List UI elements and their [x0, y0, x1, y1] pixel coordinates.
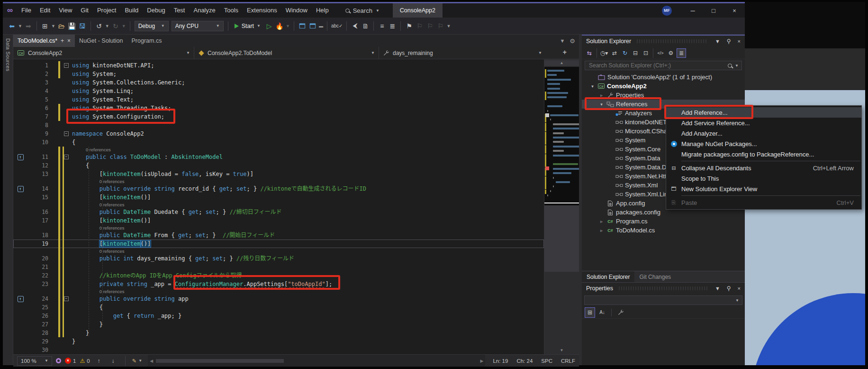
pin-icon[interactable]: ⚲ [725, 38, 732, 45]
categorized-view-icon[interactable]: ⊞ [585, 307, 595, 318]
open-file-button[interactable]: 🗁 [56, 20, 67, 32]
next-issue-button[interactable]: ↓ [108, 355, 118, 367]
toggle-bookmark-button[interactable]: ⚑ [404, 20, 414, 32]
code-line-18[interactable]: 18 public DateTime From { get; set; } //… [13, 231, 544, 240]
override-indicator-icon[interactable]: ↑ [18, 296, 24, 302]
tree-item-program-cs[interactable]: ▹C#Program.cs [582, 217, 745, 226]
drag-grip[interactable] [637, 39, 708, 43]
code-line-7[interactable]: 7using System.Configuration; [13, 112, 544, 121]
fold-toggle-icon[interactable]: − [62, 61, 71, 70]
chevron-expanded-icon[interactable]: ▾ [589, 84, 596, 89]
type-dropdown[interactable]: ConsoleApp2.ToDoModel ▼ [194, 47, 379, 59]
code-line-22[interactable]: 22 //kintoneのApp IDをApp.Configファイルから取得 [13, 271, 544, 280]
tree-item-solution-consoleapp2-1-of-1-project[interactable]: Solution 'ConsoleApp2' (1 of 1 project) [582, 73, 745, 82]
document-outline-button[interactable]: 🗎 [360, 20, 371, 32]
new-project-button[interactable]: ⊞ [40, 20, 50, 32]
tree-item-todomodel-cs[interactable]: ▹C#ToDoModel.cs [582, 226, 745, 235]
code-line-8[interactable]: 8 [13, 121, 544, 129]
editor-tab-nuget-solution[interactable]: NuGet - Solution [75, 35, 127, 47]
pin-tab-icon[interactable]: + [61, 37, 64, 44]
alphabetical-sort-icon[interactable]: A↓ [597, 307, 607, 318]
scrollbar-thumb[interactable] [156, 359, 284, 363]
refresh-icon[interactable]: ↻ [620, 48, 630, 58]
codelens-references[interactable]: 0 references [99, 179, 125, 184]
window-title[interactable]: ConsoleApp2 [393, 3, 443, 18]
maximize-button[interactable]: □ [703, 3, 724, 18]
clear-bookmarks-button[interactable]: ⚐ [435, 20, 445, 32]
code-line-6[interactable]: 6using System.Threading.Tasks; [13, 104, 544, 112]
menu-analyze[interactable]: Analyze [189, 7, 219, 14]
scroll-left-icon[interactable]: ◀ [150, 359, 153, 363]
data-sources-tab[interactable]: Data Sources [5, 38, 11, 72]
view-code-icon[interactable]: </> [656, 48, 665, 58]
sync-with-active-document-icon[interactable]: ⇆ [585, 48, 594, 58]
code-line-25[interactable]: 25 { [13, 303, 544, 312]
fold-toggle-icon[interactable]: − [62, 129, 71, 138]
scroll-up-icon[interactable]: ▲ [544, 60, 579, 66]
close-panel-icon[interactable]: × [736, 286, 742, 291]
window-position-dropdown-icon[interactable]: ▼ [714, 38, 722, 44]
code-line-11[interactable]: ↑11− public class ToDoModel : Abskintone… [13, 153, 544, 161]
navigate-back-dropdown[interactable]: ▼ [17, 20, 23, 32]
menu-file[interactable]: File [17, 7, 36, 14]
menu-view[interactable]: View [54, 7, 76, 14]
chevron-collapsed-icon[interactable]: ▹ [598, 93, 605, 98]
close-panel-icon[interactable]: × [736, 38, 742, 44]
show-all-files-icon[interactable]: ≣ [677, 48, 686, 58]
minimap-scrollbar[interactable]: ▲ ▼ [544, 59, 579, 354]
code-line-10[interactable]: 10{ [13, 138, 544, 147]
toolbar-overflow[interactable]: ▬ [318, 20, 324, 32]
save-button[interactable]: 💾 [67, 20, 77, 32]
solution-platform-dropdown[interactable]: Any CPU▼ [172, 21, 224, 31]
intellicode-icon[interactable] [56, 358, 61, 363]
indent-decrease-button[interactable]: ≡ [377, 20, 387, 32]
chevron-collapsed-icon[interactable]: ▹ [598, 219, 605, 224]
menu-tools[interactable]: Tools [220, 7, 243, 14]
code-line-12[interactable]: 12 { [13, 161, 544, 170]
tree-item-consoleapp2[interactable]: ▾C#ConsoleApp2 [582, 82, 745, 91]
performance-profiler-button[interactable]: 🔥 [274, 20, 285, 32]
code-line-23[interactable]: 23 private string _app = ConfigurationMa… [13, 280, 544, 288]
collapse-all-icon[interactable]: ⊟ [631, 48, 640, 58]
code-line-17[interactable]: 17 [kintoneItem()] [13, 216, 544, 225]
menu-item-migrate-packages-config-to-packagereference[interactable]: Migrate packages.config to PackageRefere… [666, 149, 861, 159]
preview-selected-items-icon[interactable]: ⊡ [641, 48, 651, 58]
code-line-1[interactable]: 1−using kintoneDotNET.API; [13, 61, 544, 70]
minimap[interactable] [544, 67, 579, 205]
account-avatar[interactable]: MF [662, 6, 672, 16]
code-line-14[interactable]: ↑14 public override string record_id { g… [13, 184, 544, 193]
scroll-down-icon[interactable]: ▼ [544, 348, 579, 353]
menu-git[interactable]: Git [76, 7, 93, 14]
error-count-button[interactable]: × 1 [65, 358, 76, 364]
code-line-16[interactable]: 16 public DateTime Duedate { get; set; }… [13, 208, 544, 216]
solution-explorer-search[interactable]: ▼ [585, 61, 742, 70]
pending-changes-filter-icon[interactable]: ◷▾ [599, 48, 609, 58]
menu-item-add-reference[interactable]: Add Reference... [666, 107, 861, 118]
code-line-13[interactable]: 13 [kintoneItem(isUpload = false, isKey … [13, 170, 544, 178]
menu-extensions[interactable]: Extensions [243, 7, 281, 14]
minimize-button[interactable]: ─ [682, 3, 703, 18]
menu-item-scope-to-this[interactable]: Scope to This [666, 173, 861, 184]
panel-tab-solution-explorer[interactable]: Solution Explorer [582, 271, 634, 282]
editor-tab-todomodel-cs[interactable]: ToDoModel.cs*+× [13, 35, 75, 47]
scroll-right-icon[interactable]: ▶ [480, 359, 484, 363]
close-tab-icon[interactable]: × [67, 37, 71, 44]
member-dropdown[interactable]: days_remaining ▼ [379, 47, 546, 59]
codelens-references[interactable]: 0 references [99, 289, 125, 294]
code-surface[interactable]: 1−using kintoneDotNET.API;2using System;… [13, 59, 544, 354]
pin-icon[interactable]: ⚲ [725, 285, 732, 292]
solution-configuration-dropdown[interactable]: Debug▼ [135, 21, 169, 31]
navigate-back-button[interactable]: ⬅ [7, 20, 17, 32]
menu-edit[interactable]: Edit [36, 7, 54, 14]
chevron-collapsed-icon[interactable]: ▹ [598, 228, 605, 233]
menu-item-add-analyzer[interactable]: Add Analyzer... [666, 128, 861, 138]
menu-test[interactable]: Test [170, 7, 190, 14]
code-line-28[interactable]: 28 } [13, 329, 544, 337]
warning-count-button[interactable]: ⚠ 0 [80, 358, 90, 364]
tree-item-properties[interactable]: ▹Properties [582, 91, 745, 100]
profiler-dropdown[interactable]: ▼ [285, 20, 291, 32]
code-line-3[interactable]: 3using System.Collections.Generic; [13, 78, 544, 87]
next-bookmark-button[interactable]: ⚐ [425, 20, 435, 32]
properties-icon[interactable]: ⚙ [666, 48, 676, 58]
code-line-19[interactable]: 19 [kintoneItem()] [13, 240, 544, 248]
